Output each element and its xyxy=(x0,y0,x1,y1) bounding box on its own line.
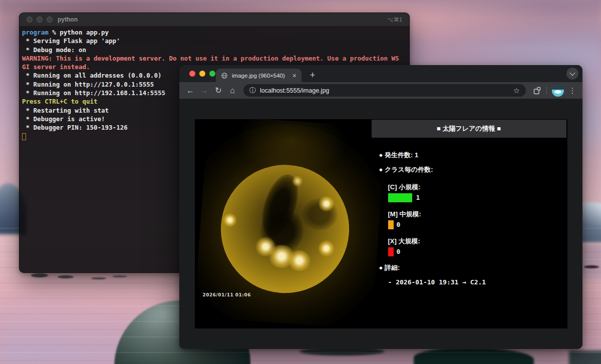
reload-button[interactable]: ↻ xyxy=(211,84,225,98)
forward-button[interactable]: → xyxy=(197,84,211,98)
wallpaper-reflection-right xyxy=(569,350,601,364)
browser-minimize-button[interactable] xyxy=(199,71,205,77)
flare-class-c-count: 1 xyxy=(416,194,420,201)
wallpaper-rock-bottom xyxy=(414,347,534,364)
terminal-close-button[interactable] xyxy=(27,17,33,23)
chevron-down-icon xyxy=(569,70,575,76)
url-text[interactable]: localhost:5555/image.jpg xyxy=(260,87,329,94)
wallpaper-small-rock-right xyxy=(584,265,599,268)
terminal-window-title: python xyxy=(58,16,78,23)
browser-tab[interactable]: image.jpg (960×540) × xyxy=(216,69,302,82)
browser-menu-button[interactable]: ⋮ xyxy=(566,85,578,97)
flare-detail-entry: - 2026-01-10 19:31 → C2.1 xyxy=(388,278,486,286)
browser-zoom-button[interactable] xyxy=(209,71,215,77)
flare-class-x-bar xyxy=(388,247,394,256)
extensions-button[interactable] xyxy=(530,84,544,98)
site-info-icon[interactable]: ⓘ xyxy=(249,86,256,95)
flare-class-x-count: 0 xyxy=(397,248,401,255)
profile-avatar[interactable] xyxy=(552,85,564,97)
image-timestamp: 2026/01/11 01:06 xyxy=(203,292,251,297)
flare-panel-header: ■ 太陽フレアの情報 ■ xyxy=(372,120,566,138)
terminal-titlebar[interactable]: python ⌥⌘1 xyxy=(20,13,409,27)
globe-icon xyxy=(221,72,228,79)
terminal-window-shortcut: ⌥⌘1 xyxy=(387,17,402,23)
new-tab-button[interactable]: + xyxy=(307,70,319,82)
home-button[interactable]: ⌂ xyxy=(225,84,239,98)
browser-traffic-lights xyxy=(189,71,215,77)
flare-class-c-bar xyxy=(388,193,412,202)
browser-toolbar: ← → ↻ ⌂ ⓘ localhost:5555/image.jpg ☆ ⋮ xyxy=(179,82,582,99)
flare-class-header: ● クラス毎の件数: xyxy=(379,165,433,174)
terminal-cursor xyxy=(22,133,26,140)
solar-flare-image: 2026/01/11 01:06 ■ 太陽フレアの情報 ■ ● 発生件数: 1 … xyxy=(195,119,567,328)
address-bar[interactable]: ⓘ localhost:5555/image.jpg ☆ xyxy=(243,84,526,97)
tab-title: image.jpg (960×540) xyxy=(232,73,291,79)
terminal-minimize-button[interactable] xyxy=(37,17,43,23)
tab-search-button[interactable] xyxy=(566,68,578,80)
flare-class-m-label: [M] 中規模: xyxy=(388,210,421,219)
terminal-line-warning: WARNING: This is a development server. D… xyxy=(22,54,407,63)
flare-class-m-count: 0 xyxy=(397,221,401,228)
terminal-line-prompt: program % python app.py xyxy=(22,28,407,37)
toolbar-divider xyxy=(546,87,547,95)
terminal-zoom-button[interactable] xyxy=(47,17,53,23)
extensions-puzzle-icon xyxy=(533,87,541,95)
flare-class-x-label: [X] 大規模: xyxy=(388,237,420,246)
tab-close-icon[interactable]: × xyxy=(291,72,297,79)
wallpaper-small-rocks xyxy=(31,273,48,277)
terminal-prompt-host: program xyxy=(22,29,49,36)
terminal-line: * Debug mode: on xyxy=(22,46,407,54)
terminal-line: * Serving Flask app 'app' xyxy=(22,37,407,45)
flare-panel-title: ■ 太陽フレアの情報 ■ xyxy=(437,124,501,133)
bookmark-star-icon[interactable]: ☆ xyxy=(513,86,520,95)
page-content: 2026/01/11 01:06 ■ 太陽フレアの情報 ■ ● 発生件数: 1 … xyxy=(179,99,582,349)
flare-occurrence-count: ● 発生件数: 1 xyxy=(379,151,419,160)
desktop: python ⌥⌘1 program % python app.py * Ser… xyxy=(0,0,601,364)
flare-class-c-label: [C] 小規模: xyxy=(388,183,421,192)
browser-tabstrip: image.jpg (960×540) × + xyxy=(179,65,582,82)
terminal-traffic-lights xyxy=(27,17,53,23)
terminal-prompt-command: % python app.py xyxy=(49,29,109,36)
back-button[interactable]: ← xyxy=(183,84,197,98)
flare-details-header: ● 詳細: xyxy=(379,263,400,272)
browser-close-button[interactable] xyxy=(189,71,195,77)
browser-window: image.jpg (960×540) × + ← → ↻ ⌂ ⓘ localh… xyxy=(179,65,582,349)
flare-class-m-bar xyxy=(388,220,394,229)
